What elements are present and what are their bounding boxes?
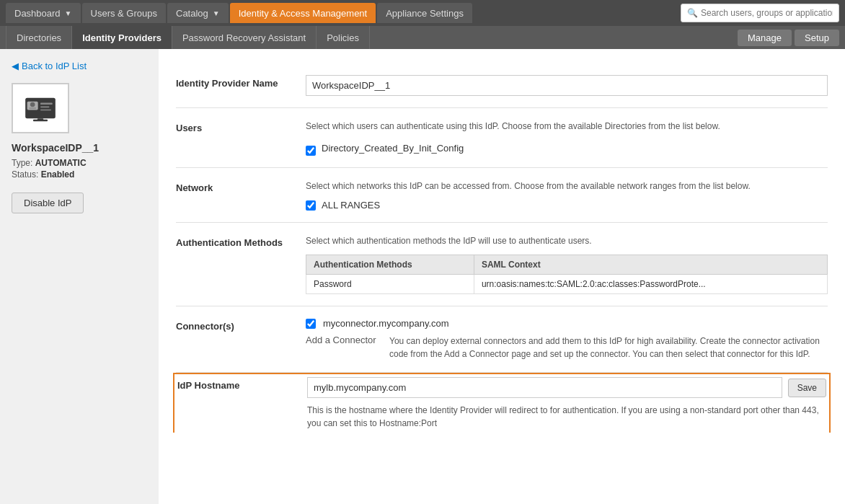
idp-hostname-section: IdP Hostname Save This is the hostname w… xyxy=(173,373,831,433)
connector-row: myconnector.mycompany.com xyxy=(306,318,828,329)
hostname-save-button[interactable]: Save xyxy=(788,379,826,397)
idp-status: Status: Enabled xyxy=(12,169,74,180)
idp-hostname-label: IdP Hostname xyxy=(177,377,307,430)
setup-button[interactable]: Setup xyxy=(795,30,839,46)
idp-hostname-description: This is the hostname where the Identity … xyxy=(307,404,826,430)
tab-policies[interactable]: Policies xyxy=(317,26,370,49)
network-section: Network Select which networks this IdP c… xyxy=(176,168,828,223)
svg-rect-6 xyxy=(40,110,51,111)
auth-methods-content: Select which authentication methods the … xyxy=(306,234,828,294)
tab-directories[interactable]: Directories xyxy=(6,26,72,49)
disable-idp-button[interactable]: Disable IdP xyxy=(12,193,84,213)
auth-methods-table: Authentication Methods SAML Context Pass… xyxy=(306,255,828,294)
directory-checkbox[interactable] xyxy=(306,146,316,156)
network-description: Select which networks this IdP can be ac… xyxy=(306,180,828,193)
users-label: Users xyxy=(176,120,306,156)
sub-navigation: Directories Identity Providers Password … xyxy=(0,26,845,49)
tab-password-recovery[interactable]: Password Recovery Assistant xyxy=(172,26,317,49)
auth-table-col-methods: Authentication Methods xyxy=(306,255,474,275)
back-to-idp-list-link[interactable]: ◀ Back to IdP List xyxy=(12,61,87,71)
connector-checkbox[interactable] xyxy=(306,319,316,329)
network-label: Network xyxy=(176,180,306,211)
catalog-dropdown-arrow: ▼ xyxy=(213,9,220,17)
idp-name-input[interactable] xyxy=(306,75,828,96)
idp-type: Type: AUTOMATIC xyxy=(12,158,87,168)
search-icon: 🔍 xyxy=(687,8,698,18)
network-checkbox-row: ALL RANGES xyxy=(306,200,828,211)
idp-name-section: Identity Provider Name xyxy=(176,63,828,108)
all-ranges-checkbox[interactable] xyxy=(306,200,316,211)
add-connector-row: Add a Connector You can deploy external … xyxy=(306,335,828,361)
svg-rect-3 xyxy=(29,107,36,109)
top-nav-left: Dashboard ▼ Users & Groups Catalog ▼ Ide… xyxy=(6,3,681,23)
idp-name: WorkspaceIDP__1 xyxy=(12,142,99,154)
svg-rect-5 xyxy=(40,107,50,108)
nav-dashboard[interactable]: Dashboard ▼ xyxy=(6,3,81,23)
connectors-section: Connector(s) myconnector.mycompany.com A… xyxy=(176,306,828,373)
svg-point-2 xyxy=(30,102,35,107)
main-content: ◀ Back to IdP List WorkspaceIDP__1 Type:… xyxy=(0,49,845,504)
search-bar[interactable]: 🔍 xyxy=(681,4,839,22)
auth-table-header-row: Authentication Methods SAML Context xyxy=(306,255,828,275)
connectors-label: Connector(s) xyxy=(176,318,306,361)
search-input[interactable] xyxy=(701,8,833,18)
users-description: Select which users can authenticate usin… xyxy=(306,120,828,133)
auth-methods-section: Authentication Methods Select which auth… xyxy=(176,223,828,306)
idp-hostname-content: Save This is the hostname where the Iden… xyxy=(307,377,826,430)
manage-button[interactable]: Manage xyxy=(738,30,792,46)
idp-hostname-input[interactable] xyxy=(307,377,782,398)
sub-nav-items: Directories Identity Providers Password … xyxy=(6,26,738,49)
form-panel: Identity Provider Name Users Select whic… xyxy=(159,49,845,504)
svg-rect-8 xyxy=(33,120,48,122)
directory-checkbox-label: Directory_Created_By_Init_Config xyxy=(322,143,464,154)
hostname-input-wrapper: Save xyxy=(307,377,826,398)
table-row: Password urn:oasis:names:tc:SAML:2.0:ac:… xyxy=(306,275,828,294)
nav-identity-access[interactable]: Identity & Access Management xyxy=(230,3,376,23)
idp-name-label: Identity Provider Name xyxy=(176,75,306,96)
connectors-content: myconnector.mycompany.com Add a Connecto… xyxy=(306,318,828,361)
back-arrow-icon: ◀ xyxy=(12,61,19,71)
users-checkbox-row: Directory_Created_By_Init_Config xyxy=(306,140,828,156)
connector-hostname: myconnector.mycompany.com xyxy=(323,318,449,329)
svg-rect-4 xyxy=(40,103,53,105)
auth-table-col-saml: SAML Context xyxy=(474,255,827,275)
auth-methods-description: Select which authentication methods the … xyxy=(306,234,828,247)
all-ranges-label: ALL RANGES xyxy=(322,200,380,211)
left-panel: ◀ Back to IdP List WorkspaceIDP__1 Type:… xyxy=(0,49,159,504)
idp-icon-box xyxy=(12,83,69,133)
network-content: Select which networks this IdP can be ac… xyxy=(306,180,828,211)
tab-identity-providers[interactable]: Identity Providers xyxy=(72,26,172,49)
sub-nav-actions: Manage Setup xyxy=(738,30,839,46)
idp-name-content xyxy=(306,75,828,96)
add-connector-label: Add a Connector xyxy=(306,335,378,361)
auth-methods-label: Authentication Methods xyxy=(176,234,306,294)
auth-saml-context: urn:oasis:names:tc:SAML:2.0:ac:classes:P… xyxy=(474,275,827,294)
add-connector-description: You can deploy external connectors and a… xyxy=(389,335,828,361)
nav-users-groups[interactable]: Users & Groups xyxy=(82,3,166,23)
idp-icon xyxy=(22,90,58,126)
top-navigation: Dashboard ▼ Users & Groups Catalog ▼ Ide… xyxy=(0,0,845,26)
nav-catalog[interactable]: Catalog ▼ xyxy=(167,3,229,23)
users-section: Users Select which users can authenticat… xyxy=(176,108,828,168)
nav-appliance-settings[interactable]: Appliance Settings xyxy=(377,3,472,23)
dashboard-dropdown-arrow: ▼ xyxy=(65,9,72,17)
users-content: Select which users can authenticate usin… xyxy=(306,120,828,156)
auth-method-name: Password xyxy=(306,275,474,294)
